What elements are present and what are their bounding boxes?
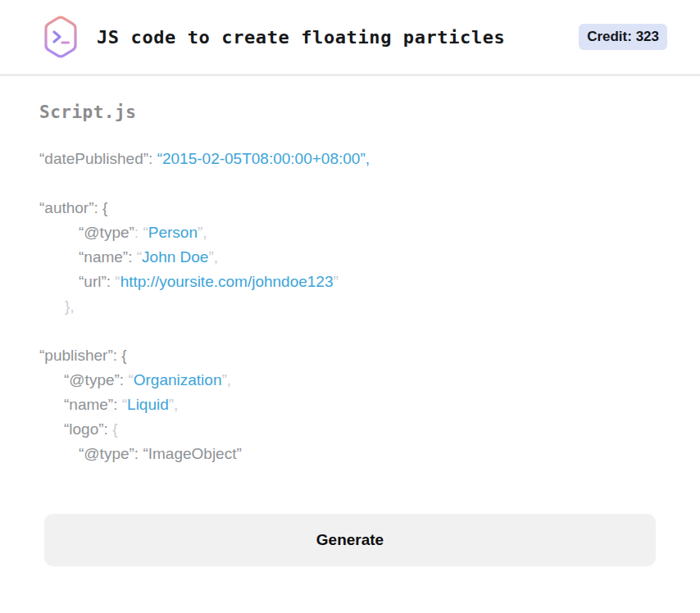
- code-line: “@type”: “Organization”,: [39, 368, 661, 393]
- main-content: Script.js “datePublished”: “2015-02-05T0…: [0, 76, 700, 566]
- code-line: },: [39, 294, 661, 319]
- code-line: “name”: “Liquid”,: [39, 393, 661, 417]
- page-title: JS code to create floating particles: [97, 27, 505, 48]
- generate-button[interactable]: Generate: [44, 514, 656, 566]
- code-line: [39, 319, 661, 343]
- code-line: “author”: {: [39, 196, 661, 220]
- file-name-heading: Script.js: [39, 102, 661, 122]
- code-line: “logo”: {: [39, 417, 661, 442]
- code-line: “@type”: “Person”,: [39, 220, 661, 245]
- code-line: “@type”: “ImageObject”: [39, 442, 661, 466]
- credit-badge: Credit: 323: [579, 24, 667, 50]
- code-line: “url”: “http://yoursite.com/johndoe123”: [39, 270, 661, 294]
- button-row: Generate: [39, 514, 661, 566]
- app-header: JS code to create floating particles Cre…: [0, 0, 700, 76]
- code-line: [39, 171, 661, 196]
- terminal-prompt-hexagon-icon: [43, 16, 79, 58]
- code-line: “datePublished”: “2015-02-05T08:00:00+08…: [39, 147, 661, 171]
- code-line: “name”: “John Doe”,: [39, 245, 661, 270]
- code-line: “publisher”: {: [39, 343, 661, 368]
- code-output: “datePublished”: “2015-02-05T08:00:00+08…: [39, 147, 661, 466]
